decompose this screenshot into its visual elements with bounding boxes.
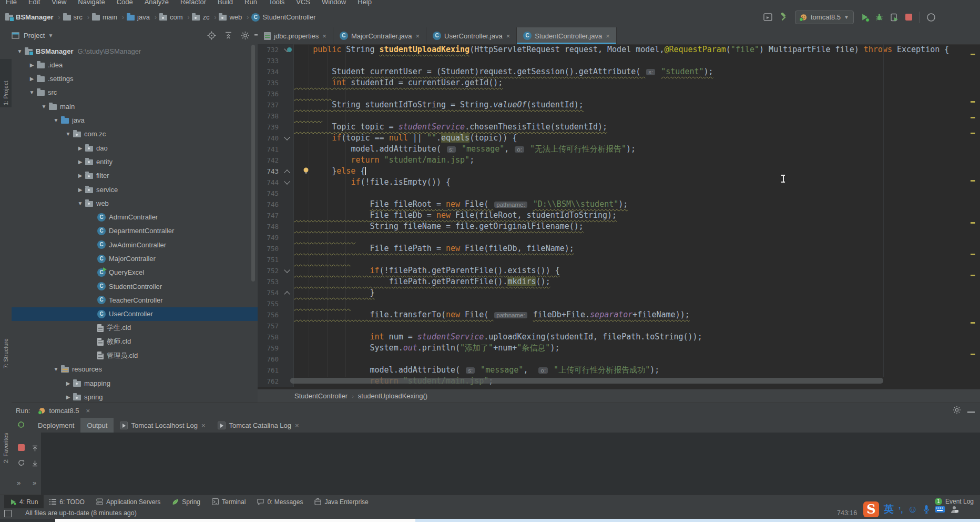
tree-item-teachercontroller[interactable]: CTeacherController [12, 293, 258, 307]
toolwindow-toggle-icon[interactable] [4, 510, 12, 517]
menu-analyze[interactable]: Analyze [139, 0, 175, 6]
show-run-window-icon[interactable] [763, 13, 772, 22]
tree-arrow-icon[interactable]: ▶ [75, 187, 85, 193]
tree-item-dao[interactable]: ▶dao [12, 141, 258, 155]
sogou-input-icon[interactable]: S [863, 501, 879, 517]
build-hammer-icon[interactable] [779, 13, 788, 22]
menu-run[interactable]: Run [239, 0, 263, 6]
tree-item-resources[interactable]: ▼resources [12, 363, 258, 376]
tree-item-departmentcontraller[interactable]: CDepartmentContraller [12, 224, 258, 238]
breadcrumb-class[interactable]: StudentController [294, 392, 348, 400]
rerun-icon[interactable] [17, 420, 25, 429]
tree-arrow-icon[interactable]: ▼ [27, 89, 37, 95]
tree-arrow-icon[interactable]: ▼ [51, 366, 61, 372]
tree-item-cld[interactable]: 管理员.cld [12, 349, 258, 363]
menu-code[interactable]: Code [111, 0, 139, 6]
caret-position[interactable]: 743:16 [837, 509, 857, 517]
close-icon[interactable]: × [506, 32, 511, 40]
close-icon[interactable]: × [86, 407, 90, 415]
menu-build[interactable]: Build [212, 0, 239, 6]
close-icon[interactable]: × [606, 32, 610, 40]
close-icon[interactable]: × [322, 32, 326, 40]
toolwindow-button-0-messages[interactable]: 0: Messages [251, 495, 309, 509]
tab-usercontroller-java[interactable]: CUserController.java× [426, 27, 517, 44]
chevron-down-icon[interactable]: ▼ [48, 33, 53, 38]
tree-arrow-icon[interactable]: ▶ [75, 145, 85, 151]
tree-arrow-icon[interactable]: ▼ [63, 131, 73, 137]
menu-window[interactable]: Window [316, 0, 352, 6]
emoji-icon[interactable]: ☺ [907, 504, 917, 515]
toolwindow-button-application-servers[interactable]: Application Servers [90, 495, 166, 509]
fold-close-icon[interactable] [284, 291, 290, 297]
tree-item-spring[interactable]: ▶spring [12, 390, 258, 403]
search-everywhere-icon[interactable] [926, 13, 936, 22]
close-icon[interactable]: × [415, 32, 420, 40]
run-with-coverage-button[interactable] [890, 13, 899, 22]
toolwindow-button-terminal[interactable]: Terminal [206, 495, 251, 509]
breadcrumb-web[interactable]: web [219, 13, 242, 21]
run-tab-tomcat-catalina-log[interactable]: Tomcat Catalina Log× [211, 418, 305, 433]
tree-arrow-icon[interactable]: ▶ [75, 173, 85, 178]
editor-horizontal-scrollbar[interactable] [290, 378, 883, 384]
tree-item-service[interactable]: ▶service [12, 183, 258, 196]
tree-arrow-icon[interactable]: ▶ [27, 62, 37, 68]
stop-button[interactable] [905, 14, 912, 21]
tree-item-usercontroller[interactable]: CUserController [12, 307, 258, 321]
tree-item-admincontraller[interactable]: CAdminContraller [12, 210, 258, 224]
menu-navigate[interactable]: Navigate [72, 0, 110, 6]
menu-refactor[interactable]: Refactor [175, 0, 212, 6]
stop-icon[interactable] [18, 444, 25, 451]
tree-item-com-zc[interactable]: ▼com.zc [12, 127, 258, 141]
tree-item-bsmanager[interactable]: ▼BSManagerG:\study\BSManager [12, 44, 258, 58]
tree-item-cld[interactable]: 教师.cld [12, 335, 258, 348]
tree-item-java[interactable]: ▼java [12, 114, 258, 127]
tree-item-majorcontraller[interactable]: CMajorContraller [12, 252, 258, 266]
project-scrollbar[interactable] [251, 45, 255, 282]
warning-stripe-mark[interactable] [971, 322, 975, 324]
breadcrumb-bsmanager[interactable]: BSManager [5, 13, 54, 21]
menu-vcs[interactable]: VCS [290, 0, 316, 6]
menu-view[interactable]: View [46, 0, 72, 6]
close-icon[interactable]: × [201, 421, 206, 429]
warning-stripe-mark[interactable] [971, 180, 975, 182]
settings-gear-icon[interactable] [953, 406, 961, 414]
warning-stripe-mark[interactable] [971, 54, 975, 55]
tree-item-settings[interactable]: ▶.settings [12, 72, 258, 86]
collapse-all-icon[interactable] [224, 31, 233, 40]
breadcrumb-method[interactable]: studentUploadKexing() [358, 392, 427, 400]
fold-open-icon[interactable] [284, 178, 290, 184]
hide-panel-icon[interactable] [967, 406, 975, 414]
toolwindow-button-spring[interactable]: Spring [166, 495, 206, 509]
tree-item-mapping[interactable]: ▶mapping [12, 376, 258, 390]
warning-stripe-mark[interactable] [971, 275, 975, 276]
ime-language-label[interactable]: 英 [884, 503, 894, 516]
tree-item-src[interactable]: ▼src [12, 86, 258, 99]
warning-stripe-mark[interactable] [971, 222, 975, 224]
tree-arrow-icon[interactable]: ▶ [27, 76, 37, 82]
refresh-icon[interactable] [17, 459, 25, 467]
menu-help[interactable]: Help [352, 0, 377, 6]
menu-file[interactable]: File [0, 0, 23, 6]
run-button[interactable] [861, 13, 869, 21]
breadcrumb-main[interactable]: main [92, 13, 117, 21]
tree-item-entity[interactable]: ▶entity [12, 155, 258, 168]
toolwindow-button-1-project[interactable]: 1: Project [3, 81, 9, 105]
tree-arrow-icon[interactable]: ▶ [63, 394, 73, 400]
down-arrow-icon[interactable] [32, 460, 38, 467]
fold-open-icon[interactable] [284, 134, 290, 140]
up-arrow-icon[interactable] [32, 445, 38, 452]
user-profile-icon[interactable] [950, 505, 958, 514]
toolwindow-button-4-run[interactable]: 4: Run [4, 495, 44, 509]
keyboard-icon[interactable] [935, 506, 945, 513]
menu-tools[interactable]: Tools [263, 0, 290, 6]
tab-studentcontroller-java[interactable]: CStudentController.java× [517, 27, 617, 44]
tree-arrow-icon[interactable]: ▶ [63, 380, 73, 386]
fold-close-icon[interactable] [284, 169, 290, 175]
tree-item-queryexcel[interactable]: CQueryExcel [12, 266, 258, 279]
breadcrumb-studentcontroller[interactable]: CStudentController [251, 13, 315, 22]
run-config-select[interactable]: tomcat8.5 ▼ [795, 11, 854, 24]
more-chevron-icon[interactable]: » [17, 479, 21, 487]
code-editor[interactable]: 732 public String studentUploadKexing(Ht… [258, 44, 980, 389]
breadcrumb-com[interactable]: com [159, 13, 183, 21]
close-icon[interactable]: × [295, 421, 299, 429]
